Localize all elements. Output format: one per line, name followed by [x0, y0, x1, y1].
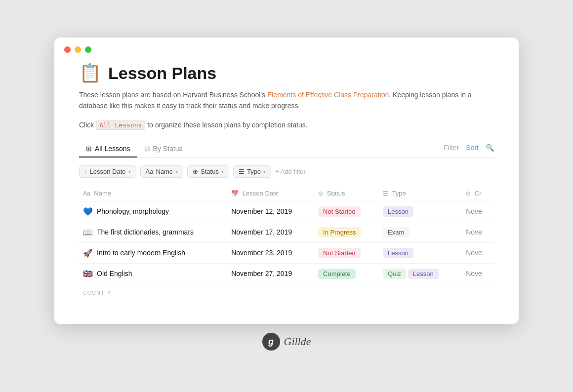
row-icon: 🚀: [83, 248, 93, 258]
filter-type-label: Type: [247, 168, 261, 175]
call-to-action: Click All Lessons to organize these less…: [79, 120, 494, 130]
type-badge: Lesson: [383, 248, 413, 258]
row-icon: 📖: [83, 228, 93, 237]
col-created-icon: ⊙: [466, 190, 471, 197]
filter-lesson-date-label: Lesson Date: [90, 168, 126, 175]
col-type-header: ☰ Type: [379, 187, 462, 201]
footer-logo: g Gillde: [262, 333, 311, 351]
tab-actions: Filter Sort 🔍: [444, 144, 494, 154]
col-date-header: 📅 Lesson Date: [227, 187, 314, 201]
filter-type[interactable]: ☰ Type ▾: [233, 165, 271, 178]
logo-name: Gillde: [284, 335, 311, 348]
cell-status: Not Started: [314, 242, 379, 263]
cell-status: In Progress: [314, 222, 379, 242]
logo-circle: g: [262, 333, 280, 351]
cell-status: Complete: [314, 263, 379, 284]
type-badge: Lesson: [408, 269, 439, 279]
page-header: 📋 Lesson Plans: [79, 63, 494, 83]
cell-date: November 12, 2019: [227, 201, 314, 222]
count-label: COUNT: [83, 290, 105, 296]
table-row[interactable]: 📖The first dictionaries, grammarsNovembe…: [79, 222, 494, 242]
cell-type: Lesson: [379, 201, 462, 222]
row-name: Intro to early modern English: [97, 249, 185, 257]
close-button[interactable]: [64, 46, 71, 53]
filter-name-aa: Aa: [146, 168, 154, 175]
tab-by-status-label: By Status: [153, 145, 183, 153]
sort-action[interactable]: Sort: [466, 144, 479, 152]
filter-status-icon: ⊕: [193, 168, 198, 175]
filter-type-caret: ▾: [263, 169, 266, 174]
tab-all-lessons-icon: ⊞: [86, 145, 92, 153]
col-type-icon: ☰: [383, 190, 388, 197]
cell-name: 📖The first dictionaries, grammars: [79, 222, 227, 242]
lessons-table: Aa Name 📅 Lesson Date ⊙ Status ☰: [79, 187, 494, 297]
row-name: Phonology, morphology: [97, 207, 169, 215]
tab-all-lessons-label: All Lessons: [95, 145, 130, 153]
row-icon: 💙: [83, 207, 93, 216]
minimize-button[interactable]: [75, 46, 81, 53]
add-filter-label: + Add filter: [275, 168, 306, 175]
status-badge: In Progress: [318, 227, 361, 237]
filter-status-caret: ▾: [221, 169, 224, 174]
maximize-button[interactable]: [85, 46, 91, 53]
footer: g Gillde: [262, 324, 311, 354]
row-name: The first dictionaries, grammars: [97, 228, 194, 236]
search-action[interactable]: 🔍: [486, 144, 494, 152]
table-row[interactable]: 🚀Intro to early modern EnglishNovember 2…: [79, 242, 494, 263]
count-row: COUNT 4: [79, 284, 494, 297]
all-lessons-tag[interactable]: All Lessons: [96, 120, 145, 130]
tab-by-status[interactable]: ⊟ By Status: [137, 141, 190, 157]
status-badge: Complete: [318, 269, 356, 279]
cell-name: 🚀Intro to early modern English: [79, 242, 227, 263]
page-description: These lesson plans are based on Harvard …: [79, 89, 494, 112]
cell-created: Nove: [462, 242, 494, 263]
tab-all-lessons[interactable]: ⊞ All Lessons: [79, 141, 137, 157]
status-badge: Not Started: [318, 206, 361, 217]
filter-status-label: Status: [201, 168, 219, 175]
table-header-row: Aa Name 📅 Lesson Date ⊙ Status ☰: [79, 187, 494, 201]
type-badge: Exam: [383, 227, 409, 237]
titlebar: [54, 38, 519, 58]
col-name-header: Aa Name: [79, 187, 227, 201]
cell-date: November 23, 2019: [227, 242, 314, 263]
page-content: 📋 Lesson Plans These lesson plans are ba…: [54, 58, 519, 316]
status-badge: Not Started: [318, 248, 361, 258]
filter-name-label: Name: [156, 168, 173, 175]
page-icon: 📋: [79, 63, 101, 83]
add-filter-button[interactable]: + Add filter: [275, 168, 306, 175]
filter-status[interactable]: ⊕ Status ▾: [187, 165, 229, 178]
col-name-icon: Aa: [83, 190, 90, 197]
table-row[interactable]: 💙Phonology, morphologyNovember 12, 2019N…: [79, 201, 494, 222]
cell-type: Exam: [379, 222, 462, 242]
app-window: 📋 Lesson Plans These lesson plans are ba…: [54, 38, 519, 324]
cell-status: Not Started: [314, 201, 379, 222]
filter-action[interactable]: Filter: [444, 144, 459, 152]
filter-name[interactable]: Aa Name ▾: [140, 165, 184, 178]
description-link[interactable]: Elements of Effective Class Preparation: [267, 91, 389, 99]
col-status-header: ⊙ Status: [314, 187, 379, 201]
filter-type-icon: ☰: [239, 168, 245, 175]
cell-created: Nove: [462, 222, 494, 242]
table-row[interactable]: 🇬🇧Old EnglishNovember 27, 2019CompleteQu…: [79, 263, 494, 284]
type-badge: Lesson: [383, 206, 413, 217]
filter-name-caret: ▾: [175, 169, 178, 174]
type-badge: Quiz: [383, 269, 406, 279]
tabs-row: ⊞ All Lessons ⊟ By Status Filter Sort 🔍: [79, 141, 494, 157]
sort-arrow-icon: ↑: [84, 168, 87, 174]
cell-name: 💙Phonology, morphology: [79, 201, 227, 222]
logo-letter: g: [268, 337, 274, 347]
cell-type: QuizLesson: [379, 263, 462, 284]
col-created-header: ⊙ Cr: [462, 187, 494, 201]
cell-date: November 17, 2019: [227, 222, 314, 242]
count-value: 4: [108, 289, 112, 297]
filter-row: ↑ Lesson Date ▾ Aa Name ▾ ⊕ Status ▾ ☰ T…: [79, 165, 494, 178]
col-status-icon: ⊙: [318, 190, 323, 197]
filter-lesson-date-caret: ▾: [128, 169, 131, 174]
cell-date: November 27, 2019: [227, 263, 314, 284]
cell-created: Nove: [462, 201, 494, 222]
col-date-icon: 📅: [231, 190, 239, 197]
filter-lesson-date[interactable]: ↑ Lesson Date ▾: [79, 165, 136, 178]
row-name: Old English: [97, 270, 132, 277]
cell-name: 🇬🇧Old English: [79, 263, 227, 284]
tab-by-status-icon: ⊟: [144, 145, 150, 153]
